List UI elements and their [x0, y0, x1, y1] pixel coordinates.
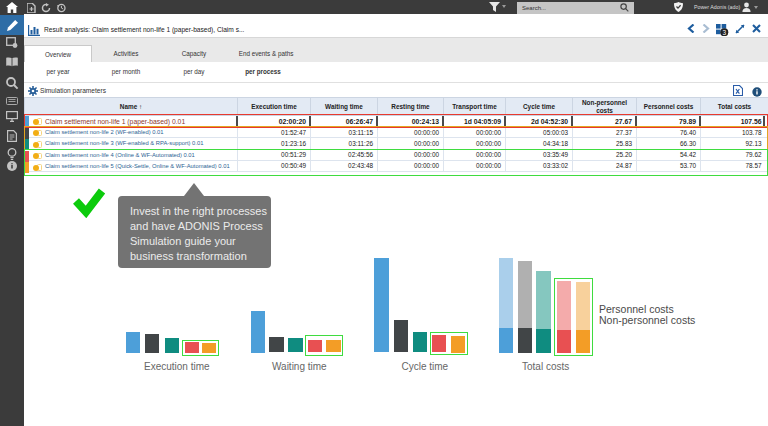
- svg-text:3: 3: [722, 29, 726, 36]
